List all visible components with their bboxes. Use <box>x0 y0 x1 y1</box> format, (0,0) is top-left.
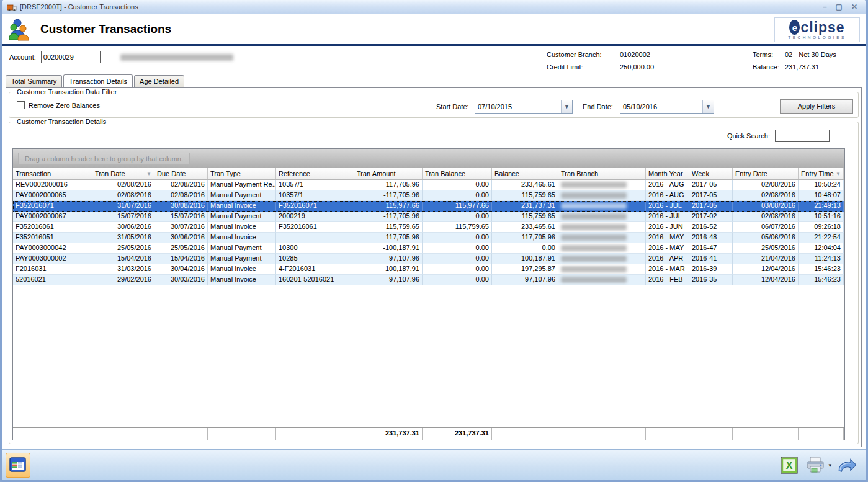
table-cell: Manual Payment <box>208 212 276 222</box>
table-cell: 233,465.61 <box>492 180 558 190</box>
print-options-dropdown[interactable]: ▾ <box>828 462 831 468</box>
table-cell: 10300 <box>276 243 354 254</box>
table-cell: 2016-48 <box>689 233 733 243</box>
table-cell: 25/05/2016 <box>92 243 154 254</box>
balance-label: Balance: <box>753 63 785 71</box>
minimize-button[interactable]: – <box>823 2 827 11</box>
column-header-transaction[interactable]: Transaction <box>13 168 92 179</box>
column-header-entry-time[interactable]: Entry Time▼ <box>799 168 844 179</box>
column-header-tran-balance[interactable]: Tran Balance <box>423 168 492 179</box>
redacted-text <box>561 203 627 209</box>
table-cell: 2016-35 <box>689 275 733 285</box>
customer-branch-label: Customer Branch: <box>547 51 620 58</box>
account-input[interactable] <box>41 51 101 63</box>
group-by-bar[interactable]: Drag a column header here to group by th… <box>13 149 844 168</box>
end-date-picker[interactable]: 05/10/2016 ▼ <box>620 100 714 114</box>
table-cell: 02/08/2016 <box>154 180 208 190</box>
page-title: Customer Transactions <box>40 22 171 36</box>
total-cell-empty <box>558 428 646 440</box>
table-cell: 15:46:23 <box>799 264 844 275</box>
table-cell: 0.00 <box>423 275 492 285</box>
credit-limit-value: 250,000.00 <box>620 63 654 71</box>
remove-zero-balances-checkbox[interactable] <box>17 101 25 109</box>
excel-export-button[interactable]: X <box>779 455 800 476</box>
table-cell: 02/08/2016 <box>92 180 154 190</box>
tab-total-summary[interactable]: Total Summary <box>6 75 62 87</box>
table-cell: 2016 - APR <box>646 254 689 264</box>
group-by-hint: Drag a column header here to group by th… <box>18 153 190 165</box>
table-cell: PAY0003000042 <box>13 243 92 254</box>
apply-filters-button[interactable]: Apply Filters <box>780 99 853 114</box>
table-cell: 0.00 <box>423 243 492 254</box>
table-row[interactable]: PAY000300004225/05/201625/05/2016Manual … <box>13 243 844 254</box>
table-cell: 97,107.96 <box>492 275 558 285</box>
column-header-entry-date[interactable]: Entry Date <box>733 168 799 179</box>
exit-button[interactable] <box>836 455 857 476</box>
table-cell: 2016-47 <box>689 243 733 254</box>
transactions-grid: Drag a column header here to group by th… <box>12 148 845 440</box>
redacted-text <box>561 245 627 251</box>
table-cell: 117,705.96 <box>354 233 423 243</box>
window-title: [DRSE2000T] - Customer Transactions <box>20 3 823 11</box>
redacted-text <box>561 224 627 230</box>
table-row[interactable]: F201603131/03/201630/04/2016Manual Invoi… <box>13 264 844 275</box>
table-row[interactable]: F35201607131/07/201630/08/2016Manual Inv… <box>13 201 844 212</box>
chevron-down-icon[interactable]: ▼ <box>702 100 714 113</box>
total-cell-empty <box>799 428 844 440</box>
start-date-picker[interactable]: 07/10/2015 ▼ <box>475 100 573 114</box>
main-content: Account: Customer Branch: 01020002 Credi… <box>2 46 866 449</box>
table-row[interactable]: 5201602129/02/201630/03/2016Manual Invoi… <box>13 275 844 285</box>
table-cell: 30/06/2016 <box>154 233 208 243</box>
column-header-month-year[interactable]: Month Year <box>646 168 689 179</box>
table-row[interactable]: PAY000200006502/08/201602/08/2016Manual … <box>13 190 844 201</box>
table-cell: 12/04/2016 <box>733 264 799 275</box>
print-button[interactable] <box>805 455 826 476</box>
total-cell-empty <box>646 428 689 440</box>
redacted-text <box>561 277 627 283</box>
table-cell: F352016071 <box>276 201 354 212</box>
quick-search-input[interactable] <box>775 130 830 142</box>
chevron-down-icon[interactable]: ▼ <box>561 100 572 113</box>
table-row[interactable]: F35201606130/06/201630/07/2016Manual Inv… <box>13 222 844 233</box>
table-cell: REV0002000016 <box>13 180 92 190</box>
column-header-reference[interactable]: Reference <box>276 168 354 179</box>
column-header-due-date[interactable]: Due Date <box>154 168 208 179</box>
end-date-label: End Date: <box>583 103 613 110</box>
column-header-tran-branch[interactable]: Tran Branch <box>558 168 646 179</box>
column-header-tran-amount[interactable]: Tran Amount <box>354 168 423 179</box>
credit-limit-label: Credit Limit: <box>547 63 620 71</box>
column-header-tran-type[interactable]: Tran Type <box>208 168 276 179</box>
column-header-week[interactable]: Week <box>689 168 733 179</box>
table-cell: 05/06/2016 <box>733 233 799 243</box>
table-row[interactable]: F35201605131/05/201630/06/2016Manual Inv… <box>13 233 844 243</box>
curved-arrow-icon <box>836 456 857 475</box>
tab-age-detailed[interactable]: Age Detailed <box>134 75 184 87</box>
column-header-tran-date[interactable]: Tran Date▼ <box>92 168 154 179</box>
svg-text:X: X <box>786 460 793 471</box>
table-cell: 0.00 <box>423 233 492 243</box>
table-cell: 02/08/2016 <box>733 190 799 201</box>
balance-value: 231,737.31 <box>785 63 819 71</box>
maximize-button[interactable]: ▢ <box>836 2 843 11</box>
redacted-text <box>561 192 627 199</box>
table-cell: F352016071 <box>13 201 92 212</box>
table-cell: 10285 <box>276 254 354 264</box>
table-cell <box>558 233 646 243</box>
table-row[interactable]: REV000200001602/08/201602/08/2016Manual … <box>13 180 844 190</box>
table-cell: 0.00 <box>423 264 492 275</box>
terms-label: Terms: <box>753 51 785 58</box>
status-bar: X ▾ <box>2 449 866 480</box>
close-button[interactable]: ✕ <box>851 2 857 11</box>
table-cell: Manual Invoice <box>208 222 276 233</box>
grid-window-button[interactable] <box>6 453 30 478</box>
table-row[interactable]: PAY000300000215/04/201615/04/2016Manual … <box>13 254 844 264</box>
table-cell: 12:04:04 <box>799 243 844 254</box>
table-cell: Manual Payment <box>208 190 276 201</box>
account-label: Account: <box>9 53 36 61</box>
total-cell-empty <box>154 428 208 440</box>
table-cell: 117,705.96 <box>492 233 558 243</box>
tab-transaction-details[interactable]: Transaction Details <box>63 74 133 87</box>
column-header-balance[interactable]: Balance <box>492 168 558 179</box>
table-row[interactable]: PAY000200006715/07/201615/07/2016Manual … <box>13 212 844 222</box>
table-cell: 30/06/2016 <box>92 222 154 233</box>
